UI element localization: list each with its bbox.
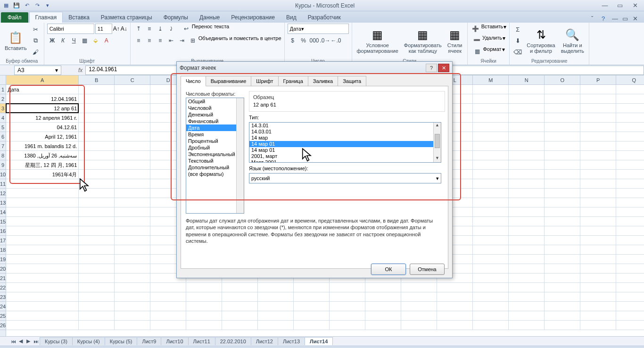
- cell[interactable]: [437, 311, 473, 321]
- cell[interactable]: [330, 292, 365, 302]
- cell[interactable]: [580, 104, 616, 113]
- name-box[interactable]: A3▾: [14, 66, 61, 75]
- cell[interactable]: [509, 94, 545, 104]
- row-header[interactable]: 10: [0, 170, 6, 179]
- dialog-tab[interactable]: Шрифт: [251, 76, 278, 86]
- cell[interactable]: [115, 226, 150, 236]
- dec-decimal-icon[interactable]: ←.0: [331, 35, 341, 46]
- row-header[interactable]: 4: [0, 113, 6, 123]
- cell[interactable]: [115, 113, 150, 123]
- format-painter-icon[interactable]: 🖌: [31, 47, 41, 57]
- scrollbar[interactable]: ▲ ▼: [433, 123, 441, 162]
- cell[interactable]: [222, 311, 258, 321]
- cell[interactable]: [545, 207, 580, 217]
- cell[interactable]: [616, 292, 644, 302]
- cell[interactable]: [580, 264, 616, 273]
- category-item[interactable]: Текстовый: [186, 157, 244, 164]
- close-button[interactable]: ✕: [628, 1, 642, 10]
- cell[interactable]: [509, 179, 545, 189]
- indent-inc-icon[interactable]: ⇥: [177, 35, 187, 46]
- cell[interactable]: [79, 217, 115, 226]
- row-header[interactable]: 25: [0, 311, 6, 321]
- cell[interactable]: [186, 283, 222, 292]
- cell[interactable]: [545, 273, 580, 283]
- cell[interactable]: [616, 179, 644, 189]
- cell[interactable]: [580, 94, 616, 104]
- tab-home[interactable]: Главная: [29, 12, 63, 23]
- cell[interactable]: [79, 132, 115, 141]
- cell[interactable]: [616, 94, 644, 104]
- row-header[interactable]: 5: [0, 123, 6, 132]
- help-icon[interactable]: ?: [602, 15, 609, 23]
- cell[interactable]: [6, 273, 79, 283]
- cell[interactable]: [79, 255, 115, 264]
- row-header[interactable]: 3: [0, 104, 6, 113]
- cell[interactable]: [473, 132, 509, 141]
- cell[interactable]: [115, 283, 150, 292]
- cell[interactable]: [79, 283, 115, 292]
- cell[interactable]: [473, 170, 509, 179]
- number-format-combo[interactable]: Дата▾: [288, 24, 349, 34]
- cell[interactable]: [580, 273, 616, 283]
- cell[interactable]: [473, 264, 509, 273]
- cell[interactable]: [222, 321, 258, 330]
- cell[interactable]: [186, 302, 222, 311]
- cell[interactable]: [79, 160, 115, 170]
- cell[interactable]: [545, 104, 580, 113]
- category-list[interactable]: ОбщийЧисловойДенежныйФинансовыйДатаВремя…: [186, 98, 244, 214]
- cell[interactable]: [79, 245, 115, 255]
- cell[interactable]: [115, 85, 150, 94]
- cell[interactable]: [473, 292, 509, 302]
- cell[interactable]: [580, 283, 616, 292]
- cell[interactable]: [330, 321, 365, 330]
- cell[interactable]: Дата: [6, 85, 79, 94]
- cell[interactable]: [6, 198, 79, 207]
- cell[interactable]: [545, 151, 580, 160]
- cell[interactable]: [545, 132, 580, 141]
- cell[interactable]: [616, 302, 644, 311]
- cell[interactable]: 1961年4月: [6, 170, 79, 179]
- merge-icon[interactable]: ⊞: [188, 35, 198, 46]
- cell[interactable]: [616, 311, 644, 321]
- insert-cells-icon[interactable]: ➕: [471, 24, 481, 34]
- dialog-tab[interactable]: Граница: [278, 76, 308, 86]
- column-header[interactable]: C: [115, 75, 150, 84]
- sheet-tab[interactable]: Лист10: [161, 337, 188, 345]
- dropdown-icon[interactable]: ▾: [502, 46, 505, 57]
- cell[interactable]: [545, 189, 580, 198]
- column-header[interactable]: P: [580, 75, 616, 84]
- mdi-restore-icon[interactable]: ▭: [622, 15, 630, 23]
- cell[interactable]: [509, 123, 545, 132]
- sheet-nav-first-icon[interactable]: ⏮: [9, 338, 17, 345]
- dialog-tab[interactable]: Заливка: [308, 76, 338, 86]
- mdi-min-icon[interactable]: —: [612, 15, 619, 23]
- cell[interactable]: [580, 85, 616, 94]
- cell[interactable]: [115, 123, 150, 132]
- cell[interactable]: [616, 217, 644, 226]
- save-icon[interactable]: 💾: [12, 1, 21, 10]
- row-header[interactable]: 7: [0, 141, 6, 151]
- cell[interactable]: [509, 113, 545, 123]
- category-item[interactable]: Финансовый: [186, 118, 244, 124]
- cell[interactable]: [545, 217, 580, 226]
- row-header[interactable]: 8: [0, 151, 6, 160]
- column-header[interactable]: B: [79, 75, 115, 84]
- wrap-text-label[interactable]: Перенос текста: [192, 24, 230, 34]
- font-size-combo[interactable]: [95, 24, 112, 34]
- dialog-close-button[interactable]: ✕: [438, 64, 449, 72]
- cell[interactable]: [294, 283, 330, 292]
- cell[interactable]: [473, 226, 509, 236]
- type-item[interactable]: 14 мар 01: [249, 141, 441, 147]
- category-item[interactable]: Время: [186, 131, 244, 138]
- cell[interactable]: [330, 283, 365, 292]
- sheet-nav-last-icon[interactable]: ⏭: [32, 338, 40, 345]
- bold-icon[interactable]: Ж: [47, 35, 58, 46]
- inc-decimal-icon[interactable]: .0→: [320, 35, 330, 46]
- row-header[interactable]: 12: [0, 189, 6, 198]
- column-header[interactable]: A: [6, 75, 79, 84]
- cell[interactable]: [473, 273, 509, 283]
- cell[interactable]: [509, 273, 545, 283]
- mdi-close-icon[interactable]: ✕: [633, 15, 640, 23]
- cell[interactable]: [222, 292, 258, 302]
- cell[interactable]: 星期三, 12 四 月, 1961: [6, 160, 79, 170]
